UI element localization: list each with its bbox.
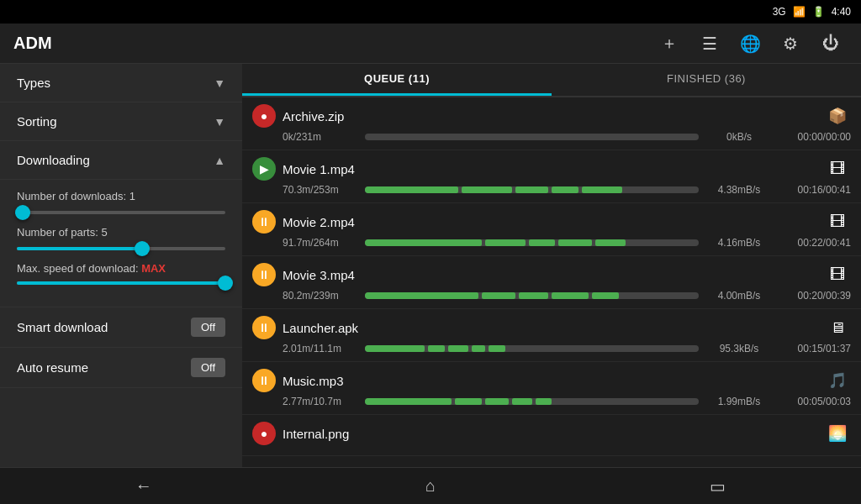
auto-resume-toggle[interactable]: Off: [191, 358, 225, 377]
auto-resume-label: Auto resume: [17, 360, 88, 375]
item-row1: ⏸ Movie 3.mp4 🎞: [252, 263, 851, 286]
sorting-section[interactable]: Sorting ▼: [0, 102, 242, 141]
item-progress-bar: [365, 134, 699, 140]
network-indicator: 3G: [773, 6, 786, 18]
max-speed-fill: [17, 281, 225, 285]
status-bar: 3G 📶 🔋 4:40: [0, 0, 861, 24]
item-thumbnail: 🌅: [824, 422, 851, 445]
item-status-icon: ▶: [252, 157, 276, 181]
item-filename: Movie 2.mp4: [283, 215, 817, 229]
item-row2: 70.3m/253m 4.38mB/s 00:16/00:41: [252, 184, 851, 196]
smart-download-label: Smart download: [17, 320, 108, 334]
item-progress-bar: [365, 292, 699, 299]
clock: 4:40: [832, 6, 851, 18]
sorting-chevron-icon: ▼: [214, 115, 225, 129]
menu-button[interactable]: ☰: [693, 27, 726, 60]
item-size: 2.01m/11.1m: [283, 343, 358, 354]
item-size: 80.2m/239m: [283, 290, 358, 302]
globe-button[interactable]: 🌐: [733, 27, 767, 60]
auto-resume-row: Auto resume Off: [0, 348, 242, 388]
max-speed-track: [17, 281, 225, 285]
top-bar: ADM ＋ ☰ 🌐 ⚙ ⏻: [0, 24, 861, 64]
item-thumbnail: 🎞: [824, 263, 851, 286]
item-progress-chunks: [365, 292, 699, 299]
item-speed: 0kB/s: [705, 131, 773, 143]
item-row1: ● Archive.zip 📦: [252, 104, 851, 128]
item-status-icon: ●: [252, 104, 276, 128]
smart-download-toggle[interactable]: Off: [191, 318, 225, 337]
num-downloads-label: Number of downloads: 1: [17, 190, 225, 202]
item-row2: 0k/231m 0kB/s 00:00/00:00: [252, 131, 851, 143]
app-title: ADM: [13, 34, 652, 53]
item-size: 91.7m/264m: [283, 237, 358, 249]
num-parts-label: Number of parts: 5: [17, 226, 225, 239]
sidebar: Types ▼ Sorting ▼ Downloading ▲ Number o…: [0, 64, 242, 467]
tabs: QUEUE (11) FINISHED (36): [242, 64, 861, 97]
item-filename: Archive.zip: [283, 109, 817, 123]
item-speed: 1.99mB/s: [705, 396, 773, 407]
power-button[interactable]: ⏻: [814, 27, 848, 60]
settings-button[interactable]: ⚙: [774, 27, 807, 60]
download-list: ● Archive.zip 📦 0k/231m 0kB/s 00:00/00:0…: [242, 97, 861, 467]
downloading-section[interactable]: Downloading ▲: [0, 141, 242, 180]
download-item[interactable]: ● Internal.png 🌅: [242, 415, 861, 456]
num-parts-slider[interactable]: [17, 247, 225, 250]
item-status-icon: ⏸: [252, 369, 276, 392]
download-item[interactable]: ⏸ Music.mp3 🎵 2.77m/10.7m 1.99mB/s 00:05…: [242, 362, 861, 415]
item-filename: Movie 1.mp4: [283, 162, 817, 176]
item-thumbnail: 🎵: [824, 369, 851, 392]
max-speed-thumb[interactable]: [218, 276, 233, 291]
item-size: 0k/231m: [283, 131, 358, 143]
item-progress-chunks: [365, 134, 699, 140]
types-label: Types: [17, 76, 50, 90]
max-speed-label: Max. speed of download: MAX: [17, 262, 225, 275]
num-parts-thumb[interactable]: [135, 241, 150, 256]
num-downloads-thumb[interactable]: [15, 205, 30, 220]
download-item[interactable]: ⏸ Movie 3.mp4 🎞 80.2m/239m 4.00mB/s 00:2…: [242, 256, 861, 309]
smart-download-row: Smart download Off: [0, 307, 242, 348]
item-filename: Movie 3.mp4: [283, 268, 817, 282]
download-item[interactable]: ⏸ Movie 2.mp4 🎞 91.7m/264m 4.16mB/s 00:2…: [242, 203, 861, 256]
signal-icon: 📶: [793, 6, 806, 18]
item-status-icon: ⏸: [252, 210, 276, 234]
home-button[interactable]: ⌂: [405, 471, 456, 501]
types-section[interactable]: Types ▼: [0, 64, 242, 102]
item-row2: 2.01m/11.1m 95.3kB/s 00:15/01:37: [252, 343, 851, 354]
item-time: 00:16/00:41: [779, 184, 851, 196]
bottom-nav: ← ⌂ ▭: [0, 467, 861, 504]
main-layout: Types ▼ Sorting ▼ Downloading ▲ Number o…: [0, 64, 861, 467]
downloading-chevron-icon: ▲: [214, 154, 225, 167]
item-time: 00:20/00:39: [779, 290, 851, 302]
recents-button[interactable]: ▭: [692, 471, 742, 501]
max-speed-slider[interactable]: [17, 281, 225, 285]
item-row1: ⏸ Movie 2.mp4 🎞: [252, 210, 851, 234]
item-filename: Music.mp3: [283, 374, 817, 388]
item-progress-bar: [365, 345, 699, 352]
item-time: 00:05/00:03: [779, 396, 851, 407]
item-row1: ⏸ Launcher.apk 🖥: [252, 316, 851, 339]
tab-queue[interactable]: QUEUE (11): [242, 64, 552, 96]
item-row2: 80.2m/239m 4.00mB/s 00:20/00:39: [252, 290, 851, 302]
item-progress-bar: [365, 398, 699, 405]
download-item[interactable]: ● Archive.zip 📦 0k/231m 0kB/s 00:00/00:0…: [242, 97, 861, 150]
item-progress-chunks: [365, 239, 699, 246]
download-item[interactable]: ⏸ Launcher.apk 🖥 2.01m/11.1m 95.3kB/s 00…: [242, 309, 861, 362]
item-row2: 91.7m/264m 4.16mB/s 00:22/00:41: [252, 237, 851, 249]
item-status-icon: ●: [252, 422, 276, 445]
num-parts-track: [17, 247, 225, 250]
item-row2: 2.77m/10.7m 1.99mB/s 00:05/00:03: [252, 396, 851, 407]
num-downloads-track: [17, 211, 225, 214]
item-time: 00:00/00:00: [779, 131, 851, 143]
add-button[interactable]: ＋: [652, 27, 686, 60]
content-area: QUEUE (11) FINISHED (36) ● Archive.zip 📦…: [242, 64, 861, 467]
item-time: 00:22/00:41: [779, 237, 851, 249]
num-downloads-slider[interactable]: [17, 211, 225, 214]
item-progress-bar: [365, 239, 699, 246]
item-progress-chunks: [365, 345, 699, 352]
item-thumbnail: 🎞: [824, 157, 851, 181]
item-status-icon: ⏸: [252, 316, 276, 339]
download-item[interactable]: ▶ Movie 1.mp4 🎞 70.3m/253m 4.38mB/s 00:1…: [242, 150, 861, 203]
back-button[interactable]: ←: [119, 471, 169, 501]
item-row1: ▶ Movie 1.mp4 🎞: [252, 157, 851, 181]
tab-finished[interactable]: FINISHED (36): [552, 64, 861, 96]
